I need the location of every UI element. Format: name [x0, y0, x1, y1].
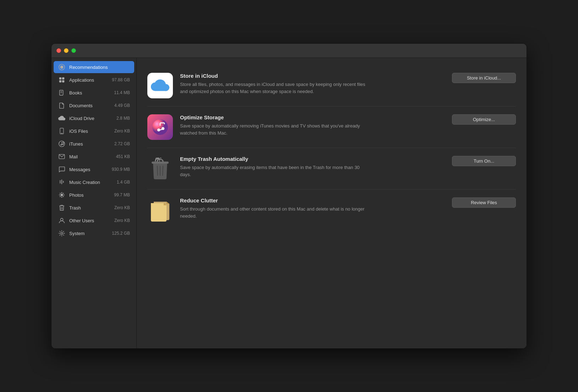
sidebar-label-photos: Photos [69, 192, 110, 198]
action-button-trash[interactable]: Turn On... [452, 156, 516, 166]
svg-point-26 [64, 195, 65, 196]
sidebar-icon-system [58, 229, 66, 237]
traffic-lights [56, 48, 76, 53]
sidebar-size-applications: 97.88 GB [112, 77, 130, 82]
sidebar-item-documents[interactable]: Documents4.49 GB [54, 99, 134, 111]
svg-rect-2 [59, 77, 61, 80]
sidebar-item-system[interactable]: System125.2 GB [54, 227, 134, 239]
svg-rect-10 [61, 133, 63, 134]
content-area: RecommendationsApplications97.88 GBBooks… [51, 58, 527, 348]
trash-icon [147, 156, 173, 181]
sidebar-item-recommendations[interactable]: Recommendations [54, 61, 134, 73]
svg-rect-3 [62, 77, 64, 80]
sidebar-item-other-users[interactable]: Other UsersZero KB [54, 214, 134, 227]
svg-point-35 [152, 119, 168, 135]
card-title-icloud: Store in iCloud [180, 73, 438, 79]
svg-point-28 [63, 196, 64, 197]
sidebar-item-trash[interactable]: TrashZero KB [54, 202, 134, 214]
svg-point-30 [60, 196, 61, 197]
sidebar-label-books: Books [69, 90, 110, 96]
svg-rect-5 [62, 80, 64, 82]
sidebar-icon-other-users [58, 217, 66, 224]
svg-line-14 [62, 144, 64, 145]
card-title-optimize: Optimize Storage [180, 114, 438, 120]
sidebar-size-documents: 4.49 GB [114, 103, 130, 108]
card-description-optimize: Save space by automatically removing iTu… [180, 123, 372, 136]
sidebar-icon-applications [58, 76, 66, 84]
sidebar-item-ios-files[interactable]: iOS FilesZero KB [54, 125, 134, 137]
sidebar-icon-ios-files [58, 127, 66, 135]
svg-point-36 [157, 129, 160, 131]
svg-rect-9 [60, 128, 64, 134]
svg-point-27 [60, 193, 61, 194]
card-body-trash: Empty Trash AutomaticallySave space by a… [180, 156, 438, 178]
sidebar-label-icloud-drive: iCloud Drive [69, 116, 113, 121]
sidebar-icon-itunes [58, 140, 66, 148]
sidebar-icon-messages [58, 165, 66, 173]
sidebar: RecommendationsApplications97.88 GBBooks… [51, 58, 137, 348]
sidebar-item-icloud-drive[interactable]: iCloud Drive2.8 MB [54, 112, 134, 124]
minimize-button[interactable] [64, 48, 69, 53]
sidebar-size-music-creation: 1.4 GB [117, 180, 130, 185]
card-body-icloud: Store in iCloudStore all files, photos, … [180, 73, 438, 95]
sidebar-icon-photos [58, 191, 66, 199]
sidebar-item-music-creation[interactable]: Music Creation1.4 GB [54, 176, 134, 188]
sidebar-icon-trash [58, 204, 66, 212]
card-action-icloud: Store in iCloud... [452, 73, 516, 83]
maximize-button[interactable] [71, 48, 76, 53]
sidebar-label-documents: Documents [69, 103, 111, 108]
sidebar-item-itunes[interactable]: iTunes2.72 GB [54, 138, 134, 150]
sidebar-size-photos: 99.7 MB [114, 192, 130, 197]
sidebar-icon-books [58, 89, 66, 97]
sidebar-size-icloud-drive: 2.8 MB [116, 116, 130, 121]
svg-point-22 [60, 194, 63, 196]
svg-point-34 [61, 232, 62, 234]
sidebar-item-messages[interactable]: Messages930.9 MB [54, 163, 134, 175]
sidebar-item-photos[interactable]: Photos99.7 MB [54, 189, 134, 201]
sidebar-size-messages: 930.9 MB [112, 167, 130, 172]
sidebar-label-mail: Mail [69, 154, 113, 159]
recommendation-card-icloud: Store in iCloudStore all files, photos, … [147, 65, 516, 107]
card-description-icloud: Store all files, photos, and messages in… [180, 81, 372, 95]
svg-line-43 [157, 166, 158, 176]
sidebar-size-system: 125.2 GB [112, 231, 130, 236]
sidebar-icon-music-creation [58, 178, 66, 186]
card-description-clutter: Sort through documents and other content… [180, 206, 372, 219]
sidebar-item-books[interactable]: Books11.4 MB [54, 87, 134, 99]
action-button-icloud[interactable]: Store in iCloud... [452, 73, 516, 83]
action-button-optimize[interactable]: Optimize... [452, 114, 516, 125]
svg-point-25 [59, 195, 60, 196]
sidebar-icon-documents [58, 102, 66, 109]
svg-point-24 [61, 197, 62, 198]
recommendation-card-trash: Empty Trash AutomaticallySave space by a… [147, 148, 516, 190]
sidebar-size-ios-files: Zero KB [114, 129, 130, 134]
sidebar-label-ios-files: iOS Files [69, 129, 111, 134]
close-button[interactable] [56, 48, 61, 53]
svg-line-45 [163, 166, 163, 176]
sidebar-icon-mail [58, 153, 66, 160]
music-icon [147, 114, 173, 140]
card-action-optimize: Optimize... [452, 114, 516, 125]
sidebar-label-messages: Messages [69, 167, 108, 172]
recommendation-card-optimize: Optimize StorageSave space by automatica… [147, 107, 516, 148]
card-body-optimize: Optimize StorageSave space by automatica… [180, 114, 438, 136]
sidebar-size-other-users: Zero KB [114, 218, 130, 223]
sidebar-size-itunes: 2.72 GB [114, 141, 130, 146]
sidebar-label-itunes: iTunes [69, 141, 111, 147]
action-button-clutter[interactable]: Review Files [452, 197, 516, 208]
svg-rect-4 [59, 80, 61, 82]
svg-rect-42 [152, 162, 169, 164]
sidebar-item-mail[interactable]: Mail451 KB [54, 151, 134, 163]
svg-point-33 [60, 218, 63, 221]
titlebar [51, 44, 527, 58]
sidebar-label-trash: Trash [69, 205, 111, 211]
sidebar-item-applications[interactable]: Applications97.88 GB [54, 74, 134, 86]
sidebar-label-applications: Applications [69, 77, 108, 83]
card-title-trash: Empty Trash Automatically [180, 156, 438, 162]
card-action-trash: Turn On... [452, 156, 516, 166]
card-title-clutter: Reduce Clutter [180, 197, 438, 203]
main-window: RecommendationsApplications97.88 GBBooks… [51, 43, 527, 349]
card-action-clutter: Review Files [452, 197, 516, 208]
sidebar-size-mail: 451 KB [116, 154, 130, 159]
sidebar-icon-recommendations [58, 63, 66, 71]
